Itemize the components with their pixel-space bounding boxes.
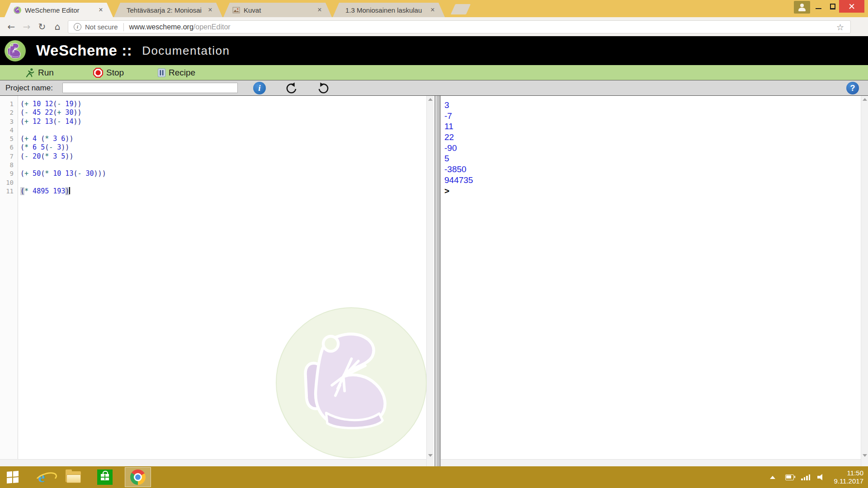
restore-button[interactable] (826, 0, 839, 13)
tab-close-icon[interactable]: × (97, 6, 105, 14)
tab-title: WeScheme Editor (25, 6, 97, 14)
store-icon (97, 469, 113, 485)
scroll-down-icon[interactable] (427, 452, 434, 459)
system-tray: 11:50 9.11.2017 (770, 466, 868, 488)
volume-icon[interactable] (817, 474, 826, 481)
tab-wescheme-editor[interactable]: WeScheme Editor × (5, 3, 113, 17)
repl-value: 11 (444, 121, 861, 132)
repl-value: -7 (444, 111, 861, 122)
line-number: 5 (0, 135, 18, 143)
code-line[interactable]: (* 6 5(- 3)) (20, 143, 426, 152)
code-editor[interactable]: 1234567891011 (+ 10 12(- 19))(- 45 22(+ … (0, 96, 434, 466)
recipe-icon (158, 68, 165, 77)
run-toolbar: Run Stop Recipe (0, 65, 868, 80)
security-label[interactable]: Not secure (85, 23, 118, 31)
url-separator (123, 23, 124, 31)
scroll-up-icon[interactable] (427, 96, 434, 103)
scroll-down-icon[interactable] (861, 452, 868, 459)
line-number: 2 (0, 108, 18, 117)
scroll-up-icon[interactable] (861, 96, 868, 103)
boot-watermark-icon (294, 325, 409, 441)
reload-icon[interactable]: ↻ (34, 21, 50, 32)
wescheme-header: WeScheme :: Documentation (0, 36, 868, 65)
run-label: Run (38, 68, 54, 78)
close-icon (848, 3, 855, 10)
line-number: 11 (0, 187, 18, 196)
line-number: 10 (0, 178, 18, 187)
repl-output: 3-71122-905-3850944735 (444, 100, 861, 186)
brand-title: WeScheme :: (36, 42, 132, 59)
repl-horizontal-scrollbar[interactable] (441, 459, 861, 466)
chrome-button-active[interactable] (125, 467, 151, 487)
forward-icon[interactable]: → (19, 21, 34, 32)
undo-button[interactable] (285, 82, 297, 94)
new-tab-button[interactable] (451, 4, 471, 14)
tab-close-icon[interactable]: × (206, 6, 214, 14)
repl-prompt[interactable]: > (444, 186, 861, 197)
tab-kuvat[interactable]: Kuvat × (223, 3, 332, 17)
code-lines[interactable]: (+ 10 12(- 19))(- 45 22(+ 30))(+ 12 13(-… (20, 96, 426, 196)
editor-horizontal-scrollbar[interactable] (0, 459, 426, 466)
repl-value: 3 (444, 100, 861, 111)
tab-tehtavasarja[interactable]: Tehtäväsarja 2: Moniosai × (114, 3, 222, 17)
line-numbers: 1234567891011 (0, 96, 18, 466)
code-line[interactable] (20, 178, 426, 187)
repl-value: 5 (444, 153, 861, 164)
close-window-button[interactable] (839, 0, 864, 13)
pane-splitter[interactable] (434, 96, 441, 466)
line-number: 6 (0, 143, 18, 152)
internet-explorer-button[interactable]: e (33, 469, 51, 485)
repl-value: -3850 (444, 164, 861, 175)
tab-moniosainen[interactable]: 1.3 Moniosainen laskulau × (333, 3, 445, 17)
code-line[interactable] (20, 126, 426, 135)
repl-pane[interactable]: 3-71122-905-3850944735 > (441, 96, 861, 466)
network-signal-icon[interactable] (801, 474, 810, 480)
code-line[interactable]: (- 20(* 3 5)) (20, 152, 426, 161)
redo-button[interactable] (318, 82, 330, 94)
battery-icon[interactable] (785, 474, 794, 480)
windows-logo-icon (7, 471, 19, 483)
bookmark-star-icon[interactable]: ☆ (836, 22, 844, 32)
line-number: 9 (0, 169, 18, 178)
tab-title: Kuvat (244, 6, 316, 14)
editor-vertical-scrollbar[interactable] (426, 96, 434, 466)
project-name-label: Project name: (5, 84, 53, 93)
minimize-icon (816, 8, 821, 9)
start-button[interactable] (4, 469, 22, 485)
line-number: 4 (0, 126, 18, 135)
home-icon[interactable]: ⌂ (50, 21, 65, 32)
code-line[interactable] (20, 161, 426, 169)
run-icon (25, 68, 35, 78)
run-button[interactable]: Run (25, 65, 54, 80)
code-line[interactable]: (+ 12 13(- 14)) (20, 117, 426, 126)
hidden-icons-arrow-icon[interactable] (770, 476, 775, 479)
project-name-input[interactable] (62, 83, 238, 93)
windows-store-button[interactable] (96, 469, 114, 485)
main-area: 1234567891011 (+ 10 12(- 19))(- 45 22(+ … (0, 96, 868, 466)
line-number: 8 (0, 161, 18, 169)
code-line[interactable]: (+ 4 (* 3 6)) (20, 135, 426, 143)
stop-icon (93, 68, 103, 78)
recipe-button[interactable]: Recipe (158, 65, 195, 80)
info-button[interactable]: i (253, 82, 266, 94)
tab-close-icon[interactable]: × (429, 6, 437, 14)
chrome-icon (130, 469, 146, 485)
stop-button[interactable]: Stop (93, 65, 124, 80)
profile-icon (798, 4, 806, 11)
file-explorer-button[interactable] (64, 469, 82, 485)
page-info-icon[interactable]: i (74, 23, 81, 31)
repl-vertical-scrollbar[interactable] (861, 96, 868, 466)
tab-close-icon[interactable]: × (316, 6, 324, 14)
help-button[interactable]: ? (846, 82, 859, 94)
taskbar-clock[interactable]: 11:50 9.11.2017 (834, 469, 863, 485)
code-line[interactable]: (+ 50(* 10 13(- 30))) (20, 169, 426, 178)
back-icon[interactable]: ← (4, 21, 19, 32)
folder-icon (66, 471, 81, 483)
minimize-button[interactable] (812, 0, 825, 13)
url-field[interactable]: i Not secure www.wescheme.org/openEditor… (68, 20, 851, 33)
documentation-link[interactable]: Documentation (142, 44, 230, 58)
code-line[interactable]: (* 4895 193) (20, 187, 426, 196)
code-line[interactable]: (- 45 22(+ 30)) (20, 108, 426, 117)
code-line[interactable]: (+ 10 12(- 19)) (20, 100, 426, 108)
profile-button[interactable] (794, 1, 810, 14)
